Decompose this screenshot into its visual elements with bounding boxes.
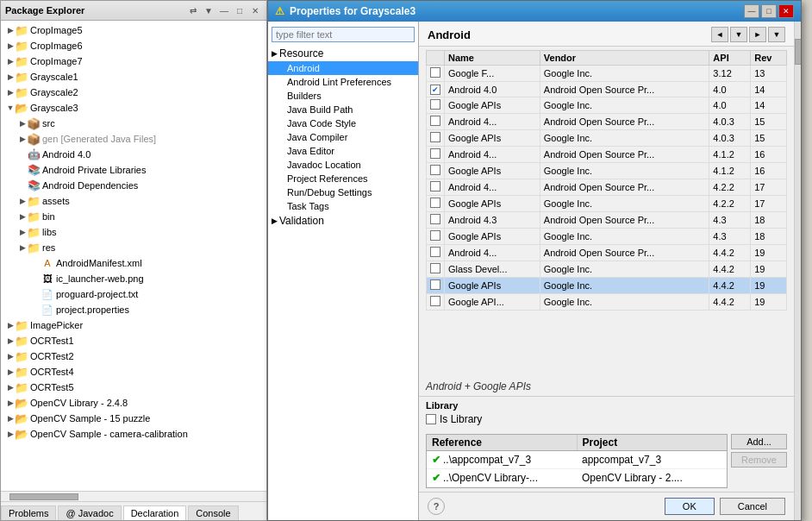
props-leaf-androidlint[interactable]: Android Lint Preferences [268, 75, 418, 89]
table-row-selected[interactable]: Google APIs Google Inc. 4.4.2 19 [427, 278, 787, 294]
tree-item-androidmanifest[interactable]: ▶ A AndroidManifest.xml [1, 255, 266, 271]
row-checkbox[interactable] [430, 198, 440, 208]
tree-item-androiddeps[interactable]: ▶ 📚 Android Dependencies [1, 178, 266, 193]
table-row[interactable]: Google API... Google Inc. 4.4.2 19 [427, 294, 787, 311]
tree-item-opencvsample15[interactable]: ▶ 📂 OpenCV Sample - 15 puzzle [1, 411, 266, 426]
row-checkbox[interactable] [430, 165, 440, 175]
nav-back-button[interactable]: ◄ [711, 27, 728, 42]
nav-forward-dropdown-button[interactable]: ▼ [768, 27, 785, 42]
tree-item-assets[interactable]: ▶ 📁 assets [1, 193, 266, 209]
row-checkbox[interactable] [430, 279, 440, 290]
row-checkbox[interactable] [430, 247, 440, 257]
props-leaf-javadoclocation[interactable]: Javadoc Location [268, 158, 418, 172]
tree-item-projectprops[interactable]: ▶ 📄 project.properties [1, 302, 266, 317]
row-checkbox[interactable] [430, 181, 440, 191]
remove-button[interactable]: Remove [731, 452, 787, 468]
help-button[interactable]: ? [428, 498, 445, 515]
tree-item-gen[interactable]: ▶ 📦 gen [Generated Java Files] [1, 131, 266, 147]
table-row[interactable]: Google APIs Google Inc. 4.3 18 [427, 229, 787, 245]
tree-item-src[interactable]: ▶ 📦 src [1, 116, 266, 131]
nav-forward-button[interactable]: ► [749, 27, 766, 42]
tree-item-libs[interactable]: ▶ 📁 libs [1, 224, 266, 240]
props-leaf-builders[interactable]: Builders [268, 89, 418, 103]
tree-item-cropimage5[interactable]: ▶ 📁 CropImage5 [1, 22, 266, 38]
row-checkbox[interactable]: ✔ [430, 85, 440, 95]
tab-javadoc[interactable]: @ Javadoc [58, 505, 121, 520]
tree-item-opencvlib[interactable]: ▶ 📂 OpenCV Library - 2.4.8 [1, 395, 266, 411]
table-row[interactable]: Google APIs Google Inc. 4.0 14 [427, 97, 787, 114]
props-group-resource-header[interactable]: ▶ Resource [268, 46, 418, 61]
is-library-checkbox[interactable] [426, 414, 436, 424]
dialog-window-controls: — □ ✕ [744, 4, 794, 18]
tree-item-grayscale2[interactable]: ▶ 📁 Grayscale2 [1, 85, 266, 100]
table-row[interactable]: Google APIs Google Inc. 4.2.2 17 [427, 196, 787, 212]
tree-item-cropimage6[interactable]: ▶ 📁 CropImage6 [1, 38, 266, 53]
tab-problems[interactable]: Problems [1, 505, 56, 520]
tree-item-grayscale3[interactable]: ▼ 📂 Grayscale3 [1, 100, 266, 116]
tree-item-bin[interactable]: ▶ 📁 bin [1, 209, 266, 224]
props-leaf-javabuildpath[interactable]: Java Build Path [268, 103, 418, 116]
tree-item-ocrtest2[interactable]: ▶ 📁 OCRTest2 [1, 348, 266, 364]
row-checkbox[interactable] [430, 296, 440, 306]
table-row[interactable]: Android 4... Android Open Source Pr... 4… [427, 245, 787, 261]
scrollbar-thumb[interactable] [795, 39, 801, 65]
table-row[interactable]: Glass Devel... Google Inc. 4.4.2 19 [427, 261, 787, 278]
props-leaf-android[interactable]: Android [268, 61, 418, 75]
filter-input[interactable] [272, 27, 415, 42]
minimize-icon[interactable]: — [217, 3, 231, 17]
tree-item-grayscale1[interactable]: ▶ 📁 Grayscale1 [1, 69, 266, 85]
props-leaf-javacompiler[interactable]: Java Compiler [268, 130, 418, 144]
row-checkbox[interactable] [430, 99, 440, 110]
tree-item-imagepicker[interactable]: ▶ 📁 ImagePicker [1, 317, 266, 333]
row-checkbox[interactable] [430, 230, 440, 241]
tab-console[interactable]: Console [188, 505, 238, 520]
maximize-icon[interactable]: □ [233, 3, 247, 17]
dialog-maximize-button[interactable]: □ [761, 4, 777, 18]
props-leaf-javacodestyle[interactable]: Java Code Style [268, 116, 418, 130]
cancel-button[interactable]: Cancel [720, 498, 785, 515]
table-row[interactable]: Google APIs Google Inc. 4.1.2 16 [427, 163, 787, 179]
sync-icon[interactable]: ⇄ [186, 3, 200, 17]
tree-item-android40[interactable]: ▶ 🤖 Android 4.0 [1, 147, 266, 162]
table-row[interactable]: Android 4.3 Android Open Source Pr... 4.… [427, 212, 787, 229]
tree-item-iclauncher[interactable]: ▶ 🖼 ic_launcher-web.png [1, 271, 266, 286]
reference-row-1[interactable]: ✔ ..\appcompat_v7_3 appcompat_v7_3 [427, 451, 727, 469]
props-leaf-javaeditor[interactable]: Java Editor [268, 144, 418, 158]
ok-button[interactable]: OK [665, 498, 715, 515]
tree-item-ocrtest4[interactable]: ▶ 📁 OCRTest4 [1, 364, 266, 380]
nav-dropdown-button[interactable]: ▼ [730, 27, 747, 42]
tree-item-ocrtest1[interactable]: ▶ 📁 OCRTest1 [1, 333, 266, 348]
row-checkbox[interactable] [430, 214, 440, 224]
row-checkbox[interactable] [430, 148, 440, 159]
table-row[interactable]: ✔ Android 4.0 Android Open Source Pr... … [427, 82, 787, 97]
tree-item-opencvsamplecam[interactable]: ▶ 📂 OpenCV Sample - camera-calibration [1, 426, 266, 442]
tab-declaration[interactable]: Declaration [123, 505, 187, 520]
table-row[interactable]: Google APIs Google Inc. 4.0.3 15 [427, 130, 787, 147]
table-row[interactable]: Android 4... Android Open Source Pr... 4… [427, 179, 787, 196]
row-checkbox[interactable] [430, 67, 440, 78]
collapse-icon[interactable]: ▼ [202, 3, 215, 17]
props-group-validation-header[interactable]: ▶ Validation [268, 213, 418, 229]
props-leaf-rundebugsettings[interactable]: Run/Debug Settings [268, 185, 418, 199]
row-checkbox[interactable] [430, 263, 440, 273]
row-checkbox[interactable] [430, 132, 440, 142]
tree-item-proguard[interactable]: ▶ 📄 proguard-project.txt [1, 286, 266, 302]
row-checkbox[interactable] [430, 116, 440, 126]
dialog-close-button[interactable]: ✕ [778, 4, 794, 18]
tree-item-res[interactable]: ▶ 📁 res [1, 240, 266, 255]
table-row[interactable]: Google F... Google Inc. 3.12 13 [427, 66, 787, 82]
tree-item-androidprivate[interactable]: ▶ 📚 Android Private Libraries [1, 162, 266, 178]
props-leaf-projectreferences[interactable]: Project References [268, 172, 418, 185]
reference-row-2[interactable]: ✔ ..\OpenCV Library-... OpenCV Library -… [427, 469, 727, 487]
vertical-scrollbar[interactable] [794, 22, 801, 520]
horizontal-scrollbar[interactable] [1, 491, 266, 501]
close-icon[interactable]: ✕ [248, 3, 262, 17]
tree-item-ocrtest5[interactable]: ▶ 📁 OCRTest5 [1, 380, 266, 395]
props-leaf-tasktags[interactable]: Task Tags [268, 199, 418, 213]
table-row[interactable]: Android 4... Android Open Source Pr... 4… [427, 114, 787, 130]
table-row[interactable]: Android 4... Android Open Source Pr... 4… [427, 147, 787, 163]
dialog-minimize-button[interactable]: — [744, 4, 759, 18]
row-vendor: Google Inc. [540, 278, 709, 294]
add-button[interactable]: Add... [731, 434, 787, 449]
tree-item-cropimage7[interactable]: ▶ 📁 CropImage7 [1, 53, 266, 69]
